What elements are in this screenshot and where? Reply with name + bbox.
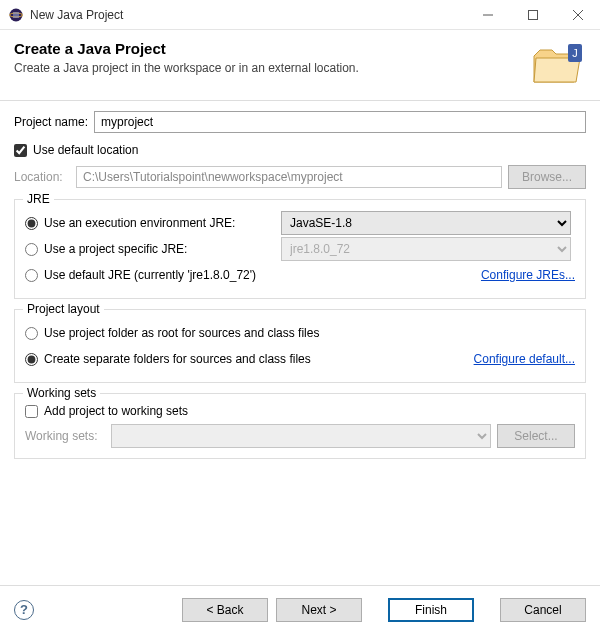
layout-separate-label: Create separate folders for sources and …	[44, 352, 311, 366]
jre-default-radio[interactable]: Use default JRE (currently 'jre1.8.0_72'…	[25, 268, 475, 282]
wizard-heading: Create a Java Project	[14, 40, 530, 57]
add-to-working-sets-checkbox[interactable]: Add project to working sets	[25, 404, 575, 418]
project-name-input[interactable]	[94, 111, 586, 133]
project-layout-legend: Project layout	[23, 302, 104, 316]
next-button[interactable]: Next >	[276, 598, 362, 622]
jre-legend: JRE	[23, 192, 54, 206]
working-sets-label: Working sets:	[25, 429, 105, 443]
add-to-working-sets-label: Add project to working sets	[44, 404, 188, 418]
eclipse-icon	[8, 7, 24, 23]
jre-exec-env-radio[interactable]: Use an execution environment JRE:	[25, 216, 275, 230]
svg-text:J: J	[572, 47, 578, 59]
layout-separate-radio[interactable]: Create separate folders for sources and …	[25, 352, 468, 366]
working-sets-group: Working sets Add project to working sets…	[14, 393, 586, 459]
wizard-subtitle: Create a Java project in the workspace o…	[14, 61, 530, 75]
maximize-button[interactable]	[510, 0, 555, 30]
project-name-label: Project name:	[14, 115, 88, 129]
working-sets-select-button: Select...	[497, 424, 575, 448]
window-title: New Java Project	[30, 8, 123, 22]
svg-rect-2	[528, 10, 537, 19]
jre-default-label: Use default JRE (currently 'jre1.8.0_72'…	[44, 268, 256, 282]
browse-button: Browse...	[508, 165, 586, 189]
jre-project-specific-select: jre1.8.0_72	[281, 237, 571, 261]
cancel-button[interactable]: Cancel	[500, 598, 586, 622]
configure-jres-link[interactable]: Configure JREs...	[481, 268, 575, 282]
wizard-button-bar: ? < Back Next > Finish Cancel	[0, 585, 600, 633]
layout-root-label: Use project folder as root for sources a…	[44, 326, 319, 340]
jre-project-specific-radio[interactable]: Use a project specific JRE:	[25, 242, 275, 256]
jre-exec-env-select[interactable]: JavaSE-1.8	[281, 211, 571, 235]
back-button[interactable]: < Back	[182, 598, 268, 622]
finish-button[interactable]: Finish	[388, 598, 474, 622]
layout-root-radio[interactable]: Use project folder as root for sources a…	[25, 320, 575, 346]
minimize-button[interactable]	[465, 0, 510, 30]
use-default-location-label: Use default location	[33, 143, 138, 157]
folder-java-icon: J	[530, 40, 586, 86]
location-label: Location:	[14, 170, 70, 184]
jre-exec-env-label: Use an execution environment JRE:	[44, 216, 235, 230]
jre-group: JRE Use an execution environment JRE: Ja…	[14, 199, 586, 299]
close-button[interactable]	[555, 0, 600, 30]
configure-default-link[interactable]: Configure default...	[474, 352, 575, 366]
project-layout-group: Project layout Use project folder as roo…	[14, 309, 586, 383]
use-default-location-checkbox[interactable]: Use default location	[14, 143, 586, 157]
working-sets-legend: Working sets	[23, 386, 100, 400]
wizard-banner: Create a Java Project Create a Java proj…	[0, 30, 600, 101]
title-bar: New Java Project	[0, 0, 600, 30]
use-default-location-input[interactable]	[14, 144, 27, 157]
add-to-working-sets-input[interactable]	[25, 405, 38, 418]
jre-project-specific-label: Use a project specific JRE:	[44, 242, 187, 256]
working-sets-select	[111, 424, 491, 448]
location-input	[76, 166, 502, 188]
help-button[interactable]: ?	[14, 600, 34, 620]
